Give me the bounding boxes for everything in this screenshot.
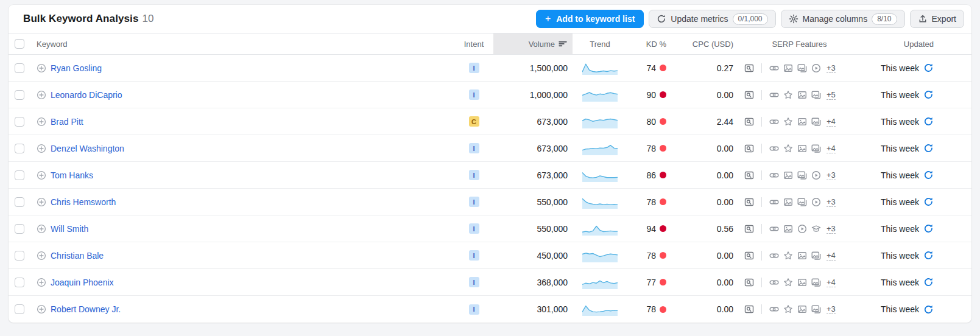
image-icon[interactable] bbox=[783, 170, 793, 180]
column-header-volume[interactable]: Volume bbox=[493, 33, 573, 54]
intent-badge[interactable]: I bbox=[469, 197, 479, 207]
keyword-link[interactable]: Chris Hemsworth bbox=[51, 197, 116, 207]
intent-badge[interactable]: I bbox=[469, 304, 479, 315]
row-checkbox[interactable] bbox=[15, 144, 24, 153]
keyword-link[interactable]: Denzel Washington bbox=[51, 144, 124, 153]
trend-sparkline[interactable] bbox=[582, 115, 618, 128]
image-pack-icon[interactable] bbox=[797, 197, 807, 207]
serp-more-features[interactable]: +3 bbox=[827, 197, 836, 207]
intent-badge[interactable]: I bbox=[469, 89, 479, 100]
refresh-metrics-icon[interactable] bbox=[923, 250, 934, 261]
serp-preview-icon[interactable] bbox=[744, 117, 754, 127]
row-checkbox[interactable] bbox=[15, 117, 24, 127]
serp-preview-icon[interactable] bbox=[744, 144, 754, 153]
intent-badge[interactable]: I bbox=[469, 170, 479, 180]
image-pack-icon[interactable] bbox=[811, 117, 821, 127]
star-icon[interactable] bbox=[783, 144, 793, 153]
link-icon[interactable] bbox=[769, 304, 779, 314]
serp-preview-icon[interactable] bbox=[744, 251, 754, 261]
refresh-metrics-icon[interactable] bbox=[923, 89, 934, 100]
image-pack-icon[interactable] bbox=[811, 278, 821, 287]
image-pack-icon[interactable] bbox=[797, 170, 807, 180]
link-icon[interactable] bbox=[769, 63, 779, 73]
star-icon[interactable] bbox=[783, 117, 793, 127]
row-checkbox[interactable] bbox=[15, 197, 24, 207]
manage-columns-button[interactable]: Manage columns 8/10 bbox=[781, 10, 905, 28]
trend-sparkline[interactable] bbox=[582, 195, 618, 209]
link-icon[interactable] bbox=[769, 224, 779, 234]
trend-sparkline[interactable] bbox=[582, 61, 618, 75]
image-icon[interactable] bbox=[783, 197, 793, 207]
intent-badge[interactable]: I bbox=[469, 143, 479, 153]
column-header-trend[interactable]: Trend bbox=[573, 33, 627, 54]
play-icon[interactable] bbox=[811, 63, 821, 73]
serp-preview-icon[interactable] bbox=[744, 170, 754, 180]
keyword-link[interactable]: Leonardo DiCaprio bbox=[51, 90, 122, 100]
add-keyword-icon[interactable] bbox=[37, 117, 46, 127]
column-header-updated[interactable]: Updated bbox=[862, 33, 971, 54]
image-icon[interactable] bbox=[797, 251, 807, 261]
intent-badge[interactable]: C bbox=[469, 116, 479, 127]
image-icon[interactable] bbox=[797, 90, 807, 100]
trend-sparkline[interactable] bbox=[582, 303, 618, 316]
link-icon[interactable] bbox=[769, 90, 779, 100]
trend-sparkline[interactable] bbox=[582, 276, 618, 289]
star-icon[interactable] bbox=[783, 304, 793, 314]
add-keyword-icon[interactable] bbox=[37, 278, 46, 287]
link-icon[interactable] bbox=[769, 144, 779, 153]
link-icon[interactable] bbox=[769, 278, 779, 287]
add-keyword-icon[interactable] bbox=[37, 63, 46, 73]
intent-badge[interactable]: I bbox=[469, 63, 479, 73]
star-icon[interactable] bbox=[783, 251, 793, 261]
image-pack-icon[interactable] bbox=[811, 304, 821, 314]
keyword-link[interactable]: Robert Downey Jr. bbox=[51, 304, 121, 314]
keyword-link[interactable]: Tom Hanks bbox=[51, 170, 93, 180]
update-metrics-button[interactable]: Update metrics 0/1,000 bbox=[649, 10, 775, 28]
serp-more-features[interactable]: +4 bbox=[827, 278, 836, 287]
image-pack-icon[interactable] bbox=[811, 251, 821, 261]
column-header-cpc[interactable]: CPC (USD) bbox=[670, 33, 737, 54]
keyword-link[interactable]: Brad Pitt bbox=[51, 117, 83, 127]
keyword-link[interactable]: Will Smith bbox=[51, 224, 88, 234]
play-icon[interactable] bbox=[811, 170, 821, 180]
row-checkbox[interactable] bbox=[15, 278, 24, 287]
add-keyword-icon[interactable] bbox=[37, 304, 46, 314]
add-keyword-icon[interactable] bbox=[37, 197, 46, 207]
intent-badge[interactable]: I bbox=[469, 250, 479, 261]
refresh-metrics-icon[interactable] bbox=[923, 63, 934, 73]
add-keyword-icon[interactable] bbox=[37, 90, 46, 100]
row-checkbox[interactable] bbox=[15, 251, 24, 261]
add-keyword-icon[interactable] bbox=[37, 224, 46, 234]
refresh-metrics-icon[interactable] bbox=[923, 223, 934, 234]
serp-more-features[interactable]: +3 bbox=[827, 170, 836, 180]
image-icon[interactable] bbox=[783, 224, 793, 234]
image-icon[interactable] bbox=[797, 144, 807, 153]
image-icon[interactable] bbox=[797, 304, 807, 314]
add-to-keyword-list-button[interactable]: + Add to keyword list bbox=[536, 10, 644, 28]
refresh-metrics-icon[interactable] bbox=[923, 116, 934, 127]
refresh-metrics-icon[interactable] bbox=[923, 277, 934, 287]
keyword-link[interactable]: Joaquin Phoenix bbox=[51, 278, 114, 287]
serp-more-features[interactable]: +3 bbox=[827, 224, 836, 234]
column-header-intent[interactable]: Intent bbox=[454, 33, 493, 54]
image-icon[interactable] bbox=[797, 278, 807, 287]
row-checkbox[interactable] bbox=[15, 170, 24, 180]
row-checkbox[interactable] bbox=[15, 63, 24, 73]
refresh-metrics-icon[interactable] bbox=[923, 170, 934, 180]
trend-sparkline[interactable] bbox=[582, 222, 618, 236]
refresh-metrics-icon[interactable] bbox=[923, 143, 934, 153]
add-keyword-icon[interactable] bbox=[37, 251, 46, 261]
refresh-metrics-icon[interactable] bbox=[923, 304, 934, 315]
trend-sparkline[interactable] bbox=[582, 249, 618, 262]
add-keyword-icon[interactable] bbox=[37, 170, 46, 180]
row-checkbox[interactable] bbox=[15, 224, 24, 234]
trend-sparkline[interactable] bbox=[582, 169, 618, 182]
select-all-checkbox[interactable] bbox=[15, 39, 24, 49]
link-icon[interactable] bbox=[769, 170, 779, 180]
serp-more-features[interactable]: +4 bbox=[827, 144, 836, 153]
link-icon[interactable] bbox=[769, 197, 779, 207]
image-pack-icon[interactable] bbox=[797, 63, 807, 73]
play-icon[interactable] bbox=[797, 224, 807, 234]
serp-preview-icon[interactable] bbox=[744, 304, 754, 314]
serp-more-features[interactable]: +5 bbox=[827, 90, 836, 100]
